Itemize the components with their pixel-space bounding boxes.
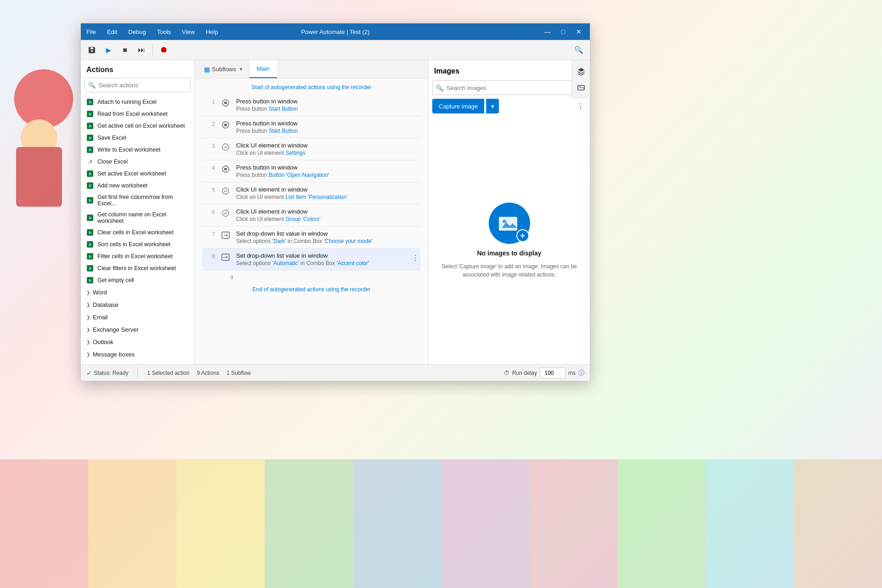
action-item-attach-excel[interactable]: X Attach to running Excel <box>81 96 194 108</box>
category-label: Exchange Server <box>93 326 139 333</box>
step-number: 3 <box>202 142 215 149</box>
menu-edit[interactable]: Edit <box>102 23 123 40</box>
image-list-icon-button[interactable] <box>574 80 588 95</box>
images-title: Images <box>434 67 459 75</box>
action-excel-icon: X <box>86 229 94 236</box>
flow-end-row: 9 <box>202 271 421 281</box>
step-button[interactable]: ⏭ <box>134 43 149 57</box>
action-item-sort-cells[interactable]: X Sort cells in Excel worksheet <box>81 238 194 250</box>
category-mouse-keyboard[interactable]: ❯ Mouse and keyboard <box>81 361 194 364</box>
record-button[interactable]: ⏺ <box>157 43 171 57</box>
menu-tools[interactable]: Tools <box>152 23 176 40</box>
flow-tabs: ▦ Subflows ▼ Main <box>195 60 428 79</box>
flow-step-8[interactable]: 8 Set drop-down list value in window Sel… <box>202 249 421 271</box>
action-item-get-empty-cell[interactable]: X Get empty cell <box>81 274 194 286</box>
action-excel-icon: X <box>86 253 94 260</box>
step-body: Click UI element in window Click on UI e… <box>236 208 421 222</box>
step-detail: Click on UI element List Item 'Personali… <box>236 194 421 200</box>
status-ready: ✓ Status: Ready <box>86 369 128 377</box>
flow-step-4[interactable]: 4 Press button in window Press button Bu… <box>202 160 421 182</box>
action-label: Get column name on Excel worksheet <box>97 211 189 224</box>
action-item-clear-cells[interactable]: X Clear cells in Excel worksheet <box>81 226 194 238</box>
category-database[interactable]: ❯ Database <box>81 299 194 311</box>
menu-debug[interactable]: Debug <box>123 23 151 40</box>
images-more-button[interactable]: ⋮ <box>575 99 586 113</box>
flow-step-6[interactable]: 6 Click UI element in window Click on UI… <box>202 204 421 226</box>
maximize-button[interactable]: □ <box>556 25 571 38</box>
images-empty-title: No images to display <box>477 249 541 257</box>
status-check-icon: ✓ <box>86 369 92 377</box>
action-item-get-first-free[interactable]: X Get first free column/row from Excel..… <box>81 192 194 209</box>
info-icon[interactable]: ⓘ <box>578 369 584 377</box>
subflows-button[interactable]: ▦ Subflows ▼ <box>198 60 249 78</box>
step-detail: Select options 'Automatic' in Combo Box … <box>236 260 404 266</box>
category-arrow-icon: ❯ <box>86 290 90 295</box>
images-empty-area: + No images to display Select 'Capture i… <box>429 117 590 364</box>
actions-panel: Actions 🔍 X Attach to running Excel X Re… <box>81 60 195 364</box>
step-icon <box>220 252 231 262</box>
step-icon <box>220 98 231 108</box>
capture-image-button[interactable]: Capture image <box>432 99 484 113</box>
run-button[interactable]: ▶ <box>101 43 116 57</box>
step-icon <box>220 208 231 218</box>
flow-step-2[interactable]: 2 Press button in window Press button St… <box>202 116 421 138</box>
action-item-add-worksheet[interactable]: X Add new worksheet <box>81 180 194 192</box>
action-item-set-active-worksheet[interactable]: X Set active Excel worksheet <box>81 168 194 180</box>
step-more-button[interactable]: ⋮ <box>410 252 421 263</box>
category-email[interactable]: ❯ Email <box>81 311 194 323</box>
flow-step-5[interactable]: 5 Click UI element in window Click on UI… <box>202 182 421 204</box>
category-word[interactable]: ❯ Word <box>81 286 194 299</box>
action-item-filter-cells[interactable]: X Filter cells in Excel worksheet <box>81 250 194 262</box>
minimize-button[interactable]: — <box>540 25 555 38</box>
images-empty-desc: Select 'Capture image' to add an image. … <box>436 262 582 279</box>
run-delay-input[interactable] <box>540 368 565 379</box>
action-item-write-excel[interactable]: X Write to Excel worksheet <box>81 144 194 156</box>
actions-search-input[interactable] <box>85 78 191 92</box>
category-exchange[interactable]: ❯ Exchange Server <box>81 323 194 336</box>
stop-button[interactable]: ■ <box>118 43 132 57</box>
menu-file[interactable]: File <box>81 23 102 40</box>
tab-main[interactable]: Main <box>249 60 277 78</box>
flow-step-1[interactable]: 1 Press button in window Press button St… <box>202 94 421 116</box>
bg-block <box>706 459 794 588</box>
bg-block <box>353 459 441 588</box>
layers-icon-button[interactable] <box>574 64 588 79</box>
category-outlook[interactable]: ❯ Outlook <box>81 336 194 348</box>
action-label: Filter cells in Excel worksheet <box>97 253 173 260</box>
action-item-read-excel[interactable]: X Read from Excel worksheet <box>81 108 194 120</box>
step-body: Press button in window Press button Butt… <box>236 164 421 178</box>
svg-point-12 <box>503 220 506 223</box>
step-body: Set drop-down list value in window Selec… <box>236 230 421 244</box>
action-item-get-column-name[interactable]: X Get column name on Excel worksheet <box>81 209 194 226</box>
action-label: Sort cells in Excel worksheet <box>97 241 170 248</box>
ms-label: ms <box>568 370 576 376</box>
title-bar: File Edit Debug Tools View Help Power Au… <box>81 23 590 40</box>
flow-step-3[interactable]: 3 Click UI element in window Click on UI… <box>202 138 421 160</box>
svg-point-6 <box>224 168 227 170</box>
action-label: Get active cell on Excel worksheet <box>97 123 185 129</box>
step-title: Press button in window <box>236 164 421 171</box>
toolbar-search-button[interactable]: 🔍 <box>571 43 586 57</box>
step-title: Press button in window <box>236 98 421 105</box>
step-icon <box>220 164 231 174</box>
category-message-boxes[interactable]: ❯ Message boxes <box>81 348 194 361</box>
menu-help[interactable]: Help <box>200 23 224 40</box>
window-title: Power Automate | Test (2) <box>301 28 369 35</box>
action-item-clear-filters[interactable]: X Clear filters in Excel worksheet <box>81 262 194 274</box>
save-button[interactable] <box>85 43 99 57</box>
images-toolbar: Capture image ▾ ⋮ <box>429 99 590 117</box>
capture-image-dropdown[interactable]: ▾ <box>486 99 499 113</box>
close-button[interactable]: ✕ <box>571 25 586 38</box>
flow-step-7[interactable]: 7 Set drop-down list value in window Sel… <box>202 226 421 249</box>
images-plus-icon: + <box>516 229 529 242</box>
step-body: Press button in window Press button Star… <box>236 98 421 112</box>
status-bar: ✓ Status: Ready 1 Selected action 9 Acti… <box>81 364 590 381</box>
action-item-close-excel[interactable]: ↗ Close Excel <box>81 156 194 168</box>
step-detail: Click on UI element Settings <box>236 150 421 156</box>
images-search-input[interactable] <box>432 80 586 95</box>
toolbar-sep <box>153 45 153 56</box>
menu-view[interactable]: View <box>176 23 200 40</box>
action-item-save-excel[interactable]: X Save Excel <box>81 132 194 144</box>
action-item-get-active-cell[interactable]: X Get active cell on Excel worksheet <box>81 120 194 132</box>
action-excel-icon: X <box>86 146 94 153</box>
